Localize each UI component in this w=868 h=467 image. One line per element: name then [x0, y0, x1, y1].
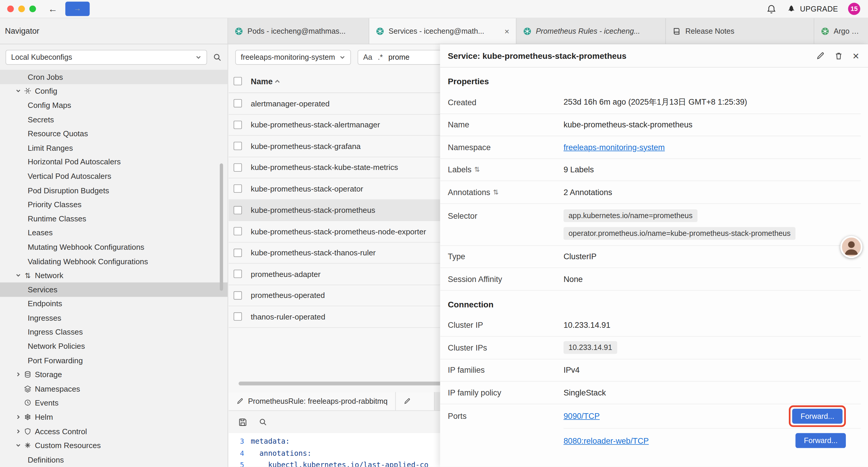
zoom-window-button[interactable]	[29, 6, 36, 12]
sidebar-item-network-policies[interactable]: Network Policies	[0, 339, 227, 353]
row-checkbox[interactable]	[234, 142, 242, 150]
port-line-8080: 8080:reloader-web/TCP Forward...	[563, 428, 861, 453]
expand-labels-icon[interactable]: ⇅	[474, 166, 480, 174]
service-details-drawer: Service: kube-prometheus-stack-prometheu…	[440, 44, 868, 467]
sort-ascending-icon	[274, 78, 280, 84]
connection-heading: Connection	[440, 291, 868, 315]
sidebar-item-priority-classes[interactable]: Priority Classes	[0, 198, 227, 212]
sidebar-item-ingresses[interactable]: Ingresses	[0, 311, 227, 325]
kubernetes-icon	[821, 27, 829, 35]
sidebar-item-config-maps[interactable]: Config Maps	[0, 98, 227, 112]
sidebar-item-ingress-classes[interactable]: Ingress Classes	[0, 325, 227, 339]
row-checkbox[interactable]	[234, 206, 242, 214]
tab-label: Services - icecheng@math...	[389, 27, 484, 35]
navigator-panel-header: Navigator	[0, 18, 228, 44]
sidebar-search-icon[interactable]	[213, 52, 222, 62]
sidebar-item-pod-disruption-budgets[interactable]: Pod Disruption Budgets	[0, 183, 227, 198]
sidebar-item-network[interactable]: ⇅ Network	[0, 268, 227, 282]
regex-toggle[interactable]: .*	[378, 53, 383, 61]
property-row-type: Type ClusterIP	[440, 245, 861, 268]
close-window-button[interactable]	[7, 6, 13, 12]
sidebar-item-definitions[interactable]: Definitions	[0, 453, 227, 467]
sidebar-item-services[interactable]: Services	[0, 282, 227, 296]
sidebar-item-limit-ranges[interactable]: Limit Ranges	[0, 141, 227, 155]
namespace-link[interactable]: freeleaps-monitoring-system	[563, 143, 665, 152]
sidebar-item-vertical-pod-autoscalers[interactable]: Vertical Pod Autoscalers	[0, 169, 227, 183]
tab-argo[interactable]: Argo Se	[814, 18, 867, 44]
namespace-filter-dropdown[interactable]: freeleaps-monitoring-system	[235, 50, 351, 65]
upgrade-button[interactable]: UPGRADE	[787, 4, 838, 13]
row-checkbox[interactable]	[234, 249, 242, 257]
dock-tab-partial[interactable]	[396, 392, 435, 411]
forward-button[interactable]: →	[65, 2, 90, 16]
tab-prometheus-rules[interactable]: Prometheus Rules - icecheng...	[517, 18, 666, 44]
sidebar-item-validating-webhook-configurations[interactable]: Validating Webhook Configurations	[0, 254, 227, 268]
sidebar-item-helm[interactable]: Helm	[0, 410, 227, 424]
close-drawer-icon[interactable]: ×	[852, 50, 859, 61]
expand-annotations-icon[interactable]: ⇅	[493, 188, 499, 196]
asterisk-icon	[23, 442, 33, 449]
sidebar-item-events[interactable]: Events	[0, 396, 227, 410]
property-row-namespace: Namespace freeleaps-monitoring-system	[440, 136, 861, 159]
sidebar-item-secrets[interactable]: Secrets	[0, 112, 227, 126]
kubernetes-icon	[235, 27, 243, 35]
forward-button-9090[interactable]: Forward...	[793, 408, 843, 424]
row-checkbox[interactable]	[234, 313, 242, 321]
sidebar-item-runtime-classes[interactable]: Runtime Classes	[0, 212, 227, 226]
dock-tab-prometheusrule[interactable]: PrometheusRule: freeleaps-prod-rabbitmq	[229, 392, 396, 411]
name-column-header[interactable]: Name	[251, 77, 280, 86]
tab-pods[interactable]: Pods - icecheng@mathmas...	[228, 18, 369, 44]
navigator-title: Navigator	[5, 27, 39, 35]
sidebar-item-mutating-webhook-configurations[interactable]: Mutating Webhook Configurations	[0, 240, 227, 254]
selector-chip: operator.prometheus.io/name=kube-prometh…	[563, 227, 795, 239]
notifications-bell-icon[interactable]	[766, 4, 777, 14]
clock-icon	[23, 399, 33, 407]
sidebar-item-resource-quotas[interactable]: Resource Quotas	[0, 126, 227, 141]
gear-icon	[23, 87, 33, 95]
sidebar-item-config[interactable]: Config	[0, 84, 227, 98]
save-icon[interactable]	[238, 417, 248, 427]
port-link-9090[interactable]: 9090/TCP	[563, 411, 599, 420]
close-tab-icon[interactable]: ×	[500, 26, 509, 36]
select-all-checkbox[interactable]	[234, 77, 242, 85]
tab-release-notes[interactable]: Release Notes	[666, 18, 814, 44]
forward-button-8080[interactable]: Forward...	[796, 433, 846, 448]
editor-search-icon[interactable]	[258, 418, 267, 427]
tab-services[interactable]: Services - icecheng@math... ×	[369, 18, 517, 44]
tab-label: Release Notes	[685, 27, 735, 35]
back-button[interactable]: ←	[48, 4, 58, 13]
row-checkbox[interactable]	[234, 163, 242, 171]
edit-pencil-icon[interactable]	[816, 51, 825, 60]
sidebar-item-custom-resources[interactable]: Custom Resources	[0, 438, 227, 453]
sidebar-item-namespaces[interactable]: Namespaces	[0, 382, 227, 396]
row-checkbox[interactable]	[234, 184, 242, 193]
sidebar-item-access-control[interactable]: Access Control	[0, 424, 227, 438]
sidebar-item-cron-jobs[interactable]: Cron Jobs	[0, 70, 227, 84]
book-icon	[673, 27, 681, 35]
match-case-toggle[interactable]: Aa	[363, 53, 372, 61]
sidebar-item-horizontal-pod-autoscalers[interactable]: Horizontal Pod Autoscalers	[0, 155, 227, 169]
kubeconfig-selector-dropdown[interactable]: Local Kubeconfigs	[6, 50, 207, 65]
row-checkbox[interactable]	[234, 121, 242, 129]
user-avatar[interactable]	[840, 236, 862, 258]
port-link-8080[interactable]: 8080:reloader-web/TCP	[563, 436, 649, 445]
row-checkbox[interactable]	[234, 227, 242, 236]
notification-count-badge[interactable]: 15	[848, 3, 860, 15]
row-checkbox[interactable]	[234, 291, 242, 299]
property-row-session-affinity: Session Affinity None	[440, 268, 861, 291]
forward-button-highlight-box: Forward...	[789, 405, 846, 427]
sidebar-scrollbar[interactable]	[220, 164, 223, 291]
cluster-ip-chip: 10.233.14.91	[563, 341, 617, 354]
minimize-window-button[interactable]	[18, 6, 25, 12]
sidebar-item-endpoints[interactable]: Endpoints	[0, 296, 227, 311]
app-window: ← → UPGRADE 15 Navigator Pods -	[0, 0, 868, 467]
sidebar-item-leases[interactable]: Leases	[0, 226, 227, 240]
row-checkbox[interactable]	[234, 270, 242, 278]
sidebar-item-port-forwarding[interactable]: Port Forwarding	[0, 353, 227, 368]
chevron-down-icon	[14, 88, 23, 94]
sidebar-item-storage[interactable]: Storage	[0, 368, 227, 382]
chevron-down-icon	[339, 54, 346, 60]
connection-row-ip-family-policy: IP family policy SingleStack	[440, 382, 861, 404]
trash-icon[interactable]	[834, 51, 843, 60]
row-checkbox[interactable]	[234, 99, 242, 108]
